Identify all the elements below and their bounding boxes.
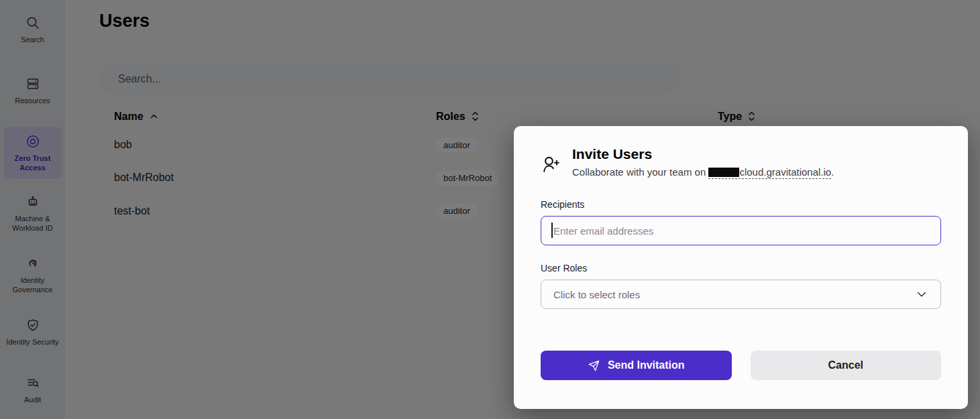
invite-users-modal: Invite Users Collaborate with your team …: [514, 126, 968, 409]
chevron-down-icon: [915, 288, 928, 301]
user-plus-icon: [541, 154, 561, 174]
user-roles-label: User Roles: [541, 263, 941, 274]
send-invitation-button[interactable]: Send Invitation: [541, 351, 732, 380]
redacted-tenant-name: [708, 168, 739, 177]
user-roles-select[interactable]: Click to select roles: [541, 280, 941, 309]
app-root: { "page": { "title": "Users", "search_pl…: [0, 0, 980, 419]
recipients-input-wrap: [541, 216, 941, 245]
cluster-domain: cloud.gravitational.io: [708, 166, 831, 179]
modal-actions: Send Invitation Cancel: [541, 351, 941, 380]
modal-title: Invite Users: [572, 146, 834, 162]
modal-subtitle: Collaborate with your team on cloud.grav…: [572, 166, 834, 178]
recipients-input[interactable]: [541, 216, 941, 245]
recipients-label: Recipients: [541, 199, 941, 210]
select-placeholder: Click to select roles: [553, 289, 640, 300]
paper-plane-icon: [588, 359, 600, 372]
modal-header: Invite Users Collaborate with your team …: [541, 146, 941, 178]
modal-titles: Invite Users Collaborate with your team …: [572, 146, 834, 178]
text-caret: [551, 223, 553, 238]
cancel-button[interactable]: Cancel: [751, 351, 942, 380]
